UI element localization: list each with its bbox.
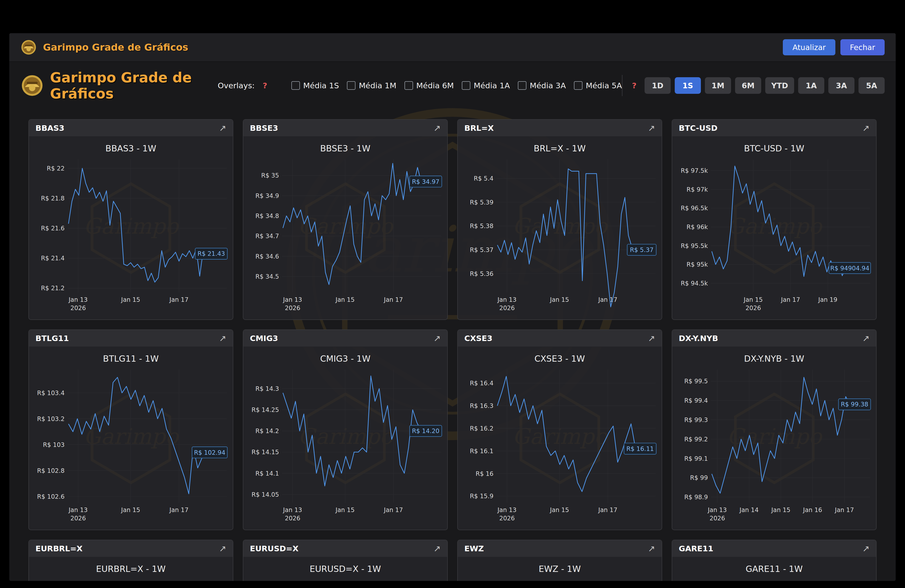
range-button[interactable]: 3A	[828, 77, 854, 94]
svg-text:R$ 5.37: R$ 5.37	[630, 246, 654, 254]
open-external-icon[interactable]: ↗	[219, 124, 227, 132]
checkbox-box[interactable]	[574, 81, 583, 90]
card-header: EWZ ↗	[458, 540, 662, 557]
open-external-icon[interactable]: ↗	[433, 334, 441, 343]
svg-text:Jan 13: Jan 13	[707, 507, 727, 513]
price-chart[interactable]: R$ 103.4R$ 103.2R$ 103R$ 102.8R$ 102.6Ja…	[32, 365, 230, 524]
card-body: Garimpo DX-Y.NYB - 1W R$ 99.5R$ 99.4R$ 9…	[672, 347, 876, 530]
price-chart[interactable]: R$ 22R$ 21.8R$ 21.6R$ 21.4R$ 21.2Jan 132…	[32, 155, 230, 313]
price-chart[interactable]: R$ 14.3R$ 14.25R$ 14.2R$ 14.15R$ 14.1R$ …	[246, 365, 444, 524]
chart-title: EURUSD=X - 1W	[246, 564, 444, 574]
svg-text:R$ 21.8: R$ 21.8	[41, 195, 65, 202]
range-button[interactable]: 1A	[798, 77, 824, 94]
range-button[interactable]: 5A	[859, 77, 884, 94]
price-chart[interactable]: R$ 35R$ 34.9R$ 34.8R$ 34.7R$ 34.6R$ 34.5…	[246, 155, 444, 313]
page: Garimpo Garimpo Grade de Gráficos	[0, 0, 905, 588]
checkbox-box[interactable]	[347, 81, 356, 90]
overlay-checkbox[interactable]: Média 1A	[462, 81, 510, 90]
open-external-icon[interactable]: ↗	[219, 544, 227, 553]
svg-text:R$ 34.7: R$ 34.7	[256, 233, 279, 240]
range-button[interactable]: 6M	[735, 77, 761, 94]
toolbar-actions: Atualizar Fechar	[783, 39, 884, 55]
range-button[interactable]: YTD	[765, 77, 794, 94]
checkbox-box[interactable]	[462, 81, 470, 90]
open-external-icon[interactable]: ↗	[862, 334, 870, 343]
range-button[interactable]: 1M	[705, 77, 731, 94]
open-external-icon[interactable]: ↗	[433, 124, 441, 132]
range-button[interactable]: 1D	[645, 77, 671, 94]
svg-text:R$ 103.4: R$ 103.4	[37, 389, 65, 397]
chart-title: BTC-USD - 1W	[675, 143, 873, 153]
svg-text:2026: 2026	[285, 305, 300, 311]
checkbox-box[interactable]	[291, 81, 300, 90]
svg-text:Jan 13: Jan 13	[68, 507, 88, 513]
svg-text:Jan 15: Jan 15	[121, 507, 140, 513]
controls-bar: Garimpo Grade de Gráficos Overlays: ? Mé…	[9, 62, 896, 103]
svg-text:Jan 15: Jan 15	[335, 296, 355, 303]
close-button[interactable]: Fechar	[840, 39, 884, 55]
checkbox-box[interactable]	[405, 81, 413, 90]
chart-card: DX-Y.NYB ↗ Garimpo DX-Y.NYB - 1W R$ 99.5…	[672, 329, 876, 530]
price-chart[interactable]: R$ 16.4R$ 16.3R$ 16.2R$ 16.1R$ 16R$ 15.9…	[461, 365, 659, 524]
chart-title: GARE11 - 1W	[675, 564, 873, 574]
overlay-checkbox[interactable]: Média 1S	[291, 81, 339, 90]
open-external-icon[interactable]: ↗	[862, 544, 870, 553]
price-chart[interactable]	[675, 575, 873, 581]
chart-title: BBSE3 - 1W	[246, 143, 444, 153]
price-chart[interactable]	[246, 575, 444, 581]
overlay-checkbox[interactable]: Média 6M	[405, 81, 454, 90]
card-body: Garimpo BRL=X - 1W R$ 5.4R$ 5.39R$ 5.38R…	[458, 137, 662, 319]
open-external-icon[interactable]: ↗	[648, 544, 656, 553]
svg-text:R$ 94.5k: R$ 94.5k	[681, 280, 708, 287]
svg-text:R$ 34.5: R$ 34.5	[256, 273, 279, 280]
svg-text:R$ 99.1: R$ 99.1	[684, 455, 708, 462]
card-ticker: GARE11	[679, 544, 713, 553]
svg-text:2026: 2026	[70, 305, 86, 311]
svg-text:R$ 99: R$ 99	[690, 474, 708, 482]
garimpo-logo-icon	[21, 74, 44, 97]
open-external-icon[interactable]: ↗	[648, 334, 656, 343]
open-external-icon[interactable]: ↗	[648, 124, 656, 132]
card-header: BTC-USD ↗	[672, 120, 876, 137]
svg-text:R$ 96.5k: R$ 96.5k	[681, 205, 708, 212]
overlay-checkbox[interactable]: Média 1M	[347, 81, 396, 90]
svg-text:R$ 99.2: R$ 99.2	[684, 436, 708, 443]
price-chart[interactable]: R$ 97.5kR$ 97kR$ 96.5kR$ 96kR$ 95.5kR$ 9…	[675, 155, 873, 313]
svg-text:R$ 16.11: R$ 16.11	[626, 445, 654, 453]
svg-text:2026: 2026	[285, 515, 300, 522]
svg-text:R$ 97k: R$ 97k	[686, 186, 708, 193]
svg-text:R$ 16: R$ 16	[476, 470, 494, 477]
svg-text:R$ 95k: R$ 95k	[686, 261, 708, 268]
svg-text:2026: 2026	[70, 515, 86, 522]
svg-text:R$ 14.15: R$ 14.15	[252, 449, 279, 456]
card-body: Garimpo BBSE3 - 1W R$ 35R$ 34.9R$ 34.8R$…	[243, 137, 447, 319]
overlay-checkbox[interactable]: Média 5A	[574, 81, 622, 90]
price-chart[interactable]	[461, 575, 659, 581]
price-chart[interactable]	[32, 575, 230, 581]
svg-text:Jan 13: Jan 13	[497, 296, 517, 303]
svg-text:R$ 99.3: R$ 99.3	[684, 416, 708, 424]
price-chart[interactable]: R$ 99.5R$ 99.4R$ 99.3R$ 99.2R$ 99.1R$ 99…	[675, 365, 873, 524]
range-help-icon[interactable]: ?	[632, 81, 637, 90]
svg-text:R$ 102.6: R$ 102.6	[37, 493, 65, 500]
open-external-icon[interactable]: ↗	[862, 124, 870, 132]
overlay-label: Média 6M	[416, 81, 454, 90]
price-chart[interactable]: R$ 5.4R$ 5.39R$ 5.38R$ 5.37R$ 5.36Jan 13…	[461, 155, 659, 313]
checkbox-box[interactable]	[518, 81, 526, 90]
card-header: CMIG3 ↗	[243, 330, 447, 347]
toolbar: Garimpo Grade de Gráficos Atualizar Fech…	[9, 33, 896, 62]
svg-text:R$ 21.6: R$ 21.6	[41, 225, 65, 232]
chart-card: EURBRL=X ↗ Garimpo EURBRL=X - 1W	[29, 540, 233, 581]
refresh-button[interactable]: Atualizar	[783, 39, 835, 55]
brand-large: Garimpo Grade de Gráficos	[21, 70, 202, 102]
svg-text:R$ 34.97: R$ 34.97	[412, 178, 440, 185]
open-external-icon[interactable]: ↗	[219, 334, 227, 343]
overlays-help-icon[interactable]: ?	[263, 81, 267, 90]
open-external-icon[interactable]: ↗	[433, 544, 441, 553]
chart-card: BBAS3 ↗ Garimpo BBAS3 - 1W R$ 22R$ 21.8R…	[29, 119, 233, 320]
chart-grid: BBAS3 ↗ Garimpo BBAS3 - 1W R$ 22R$ 21.8R…	[9, 119, 896, 581]
overlay-checkbox[interactable]: Média 3A	[518, 81, 566, 90]
range-button[interactable]: 1S	[675, 77, 701, 94]
svg-text:Jan 17: Jan 17	[598, 507, 618, 513]
card-header: EURUSD=X ↗	[243, 540, 447, 557]
